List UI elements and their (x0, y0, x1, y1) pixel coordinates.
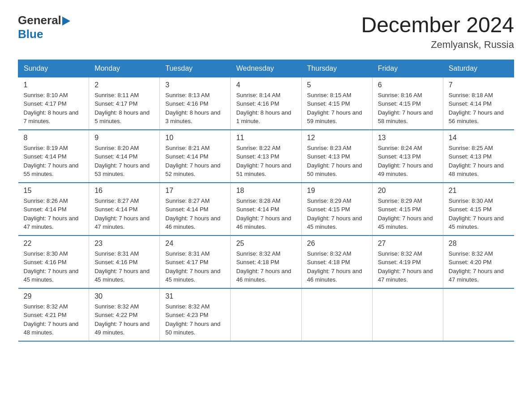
calendar-cell (231, 288, 301, 341)
day-info: Sunrise: 8:32 AMSunset: 4:22 PMDaylight:… (94, 302, 154, 337)
title-section: December 2024 Zemlyansk, Russia (361, 13, 514, 51)
page-header: General Blue December 2024 Zemlyansk, Ru… (18, 13, 514, 51)
day-number: 11 (236, 134, 296, 142)
day-number: 22 (24, 240, 84, 248)
calendar-cell: 25Sunrise: 8:32 AMSunset: 4:18 PMDayligh… (231, 235, 301, 288)
calendar-cell: 31Sunrise: 8:32 AMSunset: 4:23 PMDayligh… (160, 288, 231, 341)
day-number: 21 (449, 187, 509, 195)
calendar-cell: 3Sunrise: 8:13 AMSunset: 4:16 PMDaylight… (160, 77, 231, 130)
weekday-header-saturday: Saturday (443, 60, 514, 77)
day-info: Sunrise: 8:16 AMSunset: 4:15 PMDaylight:… (378, 91, 438, 126)
day-number: 25 (236, 240, 296, 248)
weekday-header-tuesday: Tuesday (160, 60, 231, 77)
day-info: Sunrise: 8:29 AMSunset: 4:15 PMDaylight:… (378, 197, 438, 231)
day-info: Sunrise: 8:10 AMSunset: 4:17 PMDaylight:… (24, 91, 84, 126)
logo-general: General (18, 13, 61, 27)
day-info: Sunrise: 8:28 AMSunset: 4:14 PMDaylight:… (236, 197, 296, 231)
calendar-cell: 27Sunrise: 8:32 AMSunset: 4:19 PMDayligh… (372, 235, 443, 288)
day-number: 26 (307, 240, 367, 248)
calendar-cell: 16Sunrise: 8:27 AMSunset: 4:14 PMDayligh… (89, 183, 160, 235)
day-info: Sunrise: 8:22 AMSunset: 4:13 PMDaylight:… (236, 144, 296, 179)
day-info: Sunrise: 8:27 AMSunset: 4:14 PMDaylight:… (165, 197, 225, 231)
day-info: Sunrise: 8:32 AMSunset: 4:19 PMDaylight:… (378, 249, 438, 284)
calendar-cell: 2Sunrise: 8:11 AMSunset: 4:17 PMDaylight… (89, 77, 160, 130)
calendar-cell: 11Sunrise: 8:22 AMSunset: 4:13 PMDayligh… (231, 130, 301, 183)
day-info: Sunrise: 8:20 AMSunset: 4:14 PMDaylight:… (94, 144, 154, 179)
day-info: Sunrise: 8:14 AMSunset: 4:16 PMDaylight:… (236, 91, 296, 126)
calendar-cell: 30Sunrise: 8:32 AMSunset: 4:22 PMDayligh… (89, 288, 160, 341)
calendar-cell: 22Sunrise: 8:30 AMSunset: 4:16 PMDayligh… (18, 235, 89, 288)
calendar-cell (372, 288, 443, 341)
logo-arrow-icon (62, 15, 71, 27)
day-info: Sunrise: 8:30 AMSunset: 4:15 PMDaylight:… (449, 197, 509, 231)
day-number: 15 (24, 187, 84, 195)
day-number: 29 (24, 292, 84, 300)
day-number: 23 (94, 240, 154, 248)
week-row-3: 15Sunrise: 8:26 AMSunset: 4:14 PMDayligh… (18, 183, 514, 235)
day-info: Sunrise: 8:21 AMSunset: 4:14 PMDaylight:… (165, 144, 225, 179)
calendar-cell: 19Sunrise: 8:29 AMSunset: 4:15 PMDayligh… (301, 183, 372, 235)
weekday-header-row: SundayMondayTuesdayWednesdayThursdayFrid… (18, 60, 514, 77)
day-info: Sunrise: 8:24 AMSunset: 4:13 PMDaylight:… (378, 144, 438, 179)
week-row-4: 22Sunrise: 8:30 AMSunset: 4:16 PMDayligh… (18, 235, 514, 288)
day-info: Sunrise: 8:31 AMSunset: 4:16 PMDaylight:… (94, 249, 154, 284)
calendar-cell: 20Sunrise: 8:29 AMSunset: 4:15 PMDayligh… (372, 183, 443, 235)
day-number: 5 (307, 81, 367, 89)
calendar-cell: 6Sunrise: 8:16 AMSunset: 4:15 PMDaylight… (372, 77, 443, 130)
calendar-cell: 18Sunrise: 8:28 AMSunset: 4:14 PMDayligh… (231, 183, 301, 235)
weekday-header-friday: Friday (372, 60, 443, 77)
weekday-header-monday: Monday (89, 60, 160, 77)
day-number: 8 (24, 134, 84, 142)
day-info: Sunrise: 8:32 AMSunset: 4:18 PMDaylight:… (236, 249, 296, 284)
calendar-cell: 9Sunrise: 8:20 AMSunset: 4:14 PMDaylight… (89, 130, 160, 183)
logo: General Blue (18, 13, 71, 41)
day-number: 7 (449, 81, 509, 89)
day-number: 10 (165, 134, 225, 142)
weekday-header-wednesday: Wednesday (231, 60, 301, 77)
month-title: December 2024 (361, 13, 514, 37)
calendar-cell: 10Sunrise: 8:21 AMSunset: 4:14 PMDayligh… (160, 130, 231, 183)
calendar-cell: 24Sunrise: 8:31 AMSunset: 4:17 PMDayligh… (160, 235, 231, 288)
day-number: 13 (378, 134, 438, 142)
day-number: 27 (378, 240, 438, 248)
week-row-5: 29Sunrise: 8:32 AMSunset: 4:21 PMDayligh… (18, 288, 514, 341)
day-info: Sunrise: 8:18 AMSunset: 4:14 PMDaylight:… (449, 91, 509, 126)
day-info: Sunrise: 8:32 AMSunset: 4:20 PMDaylight:… (449, 249, 509, 284)
svg-marker-0 (62, 17, 70, 26)
calendar-cell: 29Sunrise: 8:32 AMSunset: 4:21 PMDayligh… (18, 288, 89, 341)
calendar-cell: 17Sunrise: 8:27 AMSunset: 4:14 PMDayligh… (160, 183, 231, 235)
calendar-cell (301, 288, 372, 341)
day-number: 31 (165, 292, 225, 300)
day-number: 6 (378, 81, 438, 89)
calendar-cell: 15Sunrise: 8:26 AMSunset: 4:14 PMDayligh… (18, 183, 89, 235)
day-number: 20 (378, 187, 438, 195)
calendar-cell: 28Sunrise: 8:32 AMSunset: 4:20 PMDayligh… (443, 235, 514, 288)
week-row-2: 8Sunrise: 8:19 AMSunset: 4:14 PMDaylight… (18, 130, 514, 183)
calendar-table: SundayMondayTuesdayWednesdayThursdayFrid… (18, 60, 514, 342)
day-number: 16 (94, 187, 154, 195)
calendar-cell: 5Sunrise: 8:15 AMSunset: 4:15 PMDaylight… (301, 77, 372, 130)
calendar-cell: 21Sunrise: 8:30 AMSunset: 4:15 PMDayligh… (443, 183, 514, 235)
weekday-header-thursday: Thursday (301, 60, 372, 77)
day-number: 28 (449, 240, 509, 248)
calendar-cell: 12Sunrise: 8:23 AMSunset: 4:13 PMDayligh… (301, 130, 372, 183)
day-info: Sunrise: 8:26 AMSunset: 4:14 PMDaylight:… (24, 197, 84, 231)
day-number: 17 (165, 187, 225, 195)
day-info: Sunrise: 8:19 AMSunset: 4:14 PMDaylight:… (24, 144, 84, 179)
day-number: 2 (94, 81, 154, 89)
day-info: Sunrise: 8:23 AMSunset: 4:13 PMDaylight:… (307, 144, 367, 179)
calendar-cell: 7Sunrise: 8:18 AMSunset: 4:14 PMDaylight… (443, 77, 514, 130)
day-number: 12 (307, 134, 367, 142)
day-number: 14 (449, 134, 509, 142)
day-info: Sunrise: 8:15 AMSunset: 4:15 PMDaylight:… (307, 91, 367, 126)
day-info: Sunrise: 8:13 AMSunset: 4:16 PMDaylight:… (165, 91, 225, 126)
week-row-1: 1Sunrise: 8:10 AMSunset: 4:17 PMDaylight… (18, 77, 514, 130)
day-number: 24 (165, 240, 225, 248)
day-info: Sunrise: 8:32 AMSunset: 4:23 PMDaylight:… (165, 302, 225, 337)
location: Zemlyansk, Russia (361, 39, 514, 51)
day-number: 19 (307, 187, 367, 195)
day-number: 9 (94, 134, 154, 142)
calendar-cell: 14Sunrise: 8:25 AMSunset: 4:13 PMDayligh… (443, 130, 514, 183)
calendar-cell: 1Sunrise: 8:10 AMSunset: 4:17 PMDaylight… (18, 77, 89, 130)
day-info: Sunrise: 8:27 AMSunset: 4:14 PMDaylight:… (94, 197, 154, 231)
